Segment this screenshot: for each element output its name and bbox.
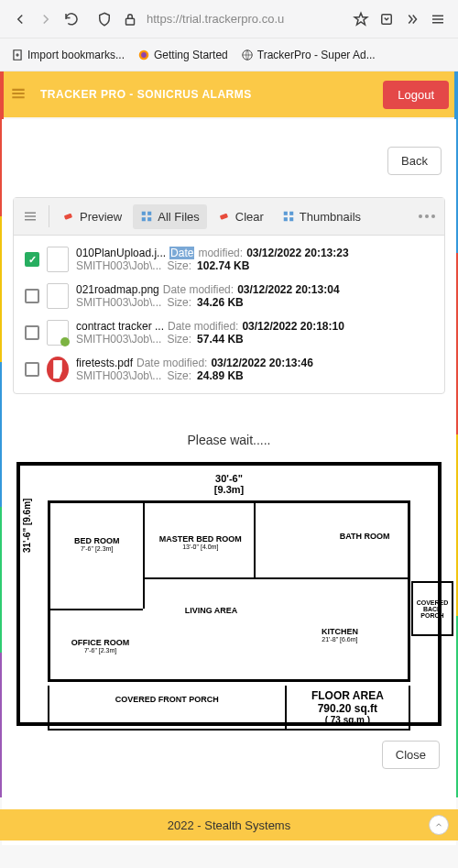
size-label: Size:: [167, 296, 191, 309]
main-content: Back Preview All Files Clear Thumbnails: [2, 119, 456, 845]
app-header: TRACKER PRO - SONICRUS ALARMS Logout: [0, 71, 458, 117]
file-path: SMITH003\Job\...: [76, 369, 161, 382]
size-label: Size:: [167, 259, 191, 272]
url-input[interactable]: [143, 8, 348, 29]
loading-text: Please wait.....: [16, 422, 442, 462]
file-name: 010PlanUpload.j...: [76, 247, 166, 259]
panel-menu-icon[interactable]: [17, 203, 43, 229]
file-toolbar: Preview All Files Clear Thumbnails: [14, 198, 444, 236]
svg-rect-13: [284, 217, 288, 221]
room-master: MASTER BED ROOM13'-0" [4.0m]: [150, 507, 250, 577]
eraser-icon: [62, 210, 75, 223]
file-modified: 03/12/2022 20:18:10: [242, 320, 344, 333]
svg-rect-5: [64, 214, 72, 220]
bookmark-trackerpro[interactable]: TrackerPro - Super Ad...: [235, 45, 381, 65]
file-row[interactable]: contract tracker ... Date modified: 03/1…: [17, 314, 441, 351]
file-name: contract tracker ...: [76, 320, 164, 333]
file-size: 34.26 KB: [197, 296, 244, 309]
floorplan-container: 30'-6"[9.3m] 31'-6" [9.6m] BED ROOM7'-6"…: [16, 462, 442, 726]
preview-button[interactable]: Preview: [55, 204, 129, 229]
svg-rect-10: [220, 214, 228, 220]
eraser-icon: [218, 210, 231, 223]
browser-toolbar: [0, 0, 458, 38]
svg-rect-12: [289, 212, 293, 215]
file-modified: 03/12/2022 20:13:46: [211, 357, 312, 369]
svg-point-3: [141, 52, 147, 58]
chevron-up-icon: [434, 820, 443, 830]
file-row[interactable]: firetests.pdf Date modified: 03/12/2022 …: [17, 351, 441, 388]
bookmark-bar: Import bookmarks... Getting Started Trac…: [0, 38, 458, 71]
footer: 2022 - Stealth Systems: [0, 809, 458, 841]
file-thumb-icon: [47, 247, 69, 272]
import-icon: [11, 49, 24, 61]
file-checkbox[interactable]: [25, 362, 39, 377]
svg-rect-9: [147, 217, 151, 221]
floor-area: FLOOR AREA 790.20 sq.ft ( 73 sq.m ): [287, 686, 409, 729]
file-checkbox[interactable]: [25, 325, 39, 340]
file-row[interactable]: 010PlanUpload.j... Date modified: 03/12/…: [17, 241, 441, 278]
logout-button[interactable]: Logout: [383, 81, 449, 109]
file-row[interactable]: 021roadmap.png Date modified: 03/12/2022…: [17, 278, 441, 314]
forward-nav-icon[interactable]: [33, 6, 59, 32]
file-thumb-icon: [47, 357, 69, 382]
file-info: contract tracker ... Date modified: 03/1…: [76, 320, 437, 346]
file-path: SMITH003\Job\...: [76, 296, 161, 309]
file-path: SMITH003\Job\...: [76, 333, 161, 346]
close-button[interactable]: Close: [382, 741, 440, 769]
thumbnails-button[interactable]: Thumbnails: [275, 204, 368, 229]
svg-rect-0: [126, 18, 135, 25]
file-path: SMITH003\Job\...: [76, 259, 161, 272]
overflow-chevrons-icon[interactable]: [399, 6, 425, 32]
globe-icon: [241, 49, 254, 61]
grid-icon: [140, 210, 153, 223]
back-nav-icon[interactable]: [7, 6, 33, 32]
back-porch: COVERED BACK PORCH: [411, 581, 453, 636]
pocket-icon[interactable]: [374, 6, 399, 32]
file-size: 102.74 KB: [197, 259, 249, 272]
app-title: TRACKER PRO - SONICRUS ALARMS: [40, 88, 252, 101]
top-dimension: 30'-6"[9.3m]: [27, 473, 431, 495]
preview-area: Please wait..... 30'-6"[9.3m] 31'-6" [9.…: [13, 418, 445, 780]
file-size: 57.44 KB: [197, 333, 244, 346]
thumbnails-label: Thumbnails: [300, 210, 361, 224]
size-label: Size:: [167, 333, 191, 346]
reload-icon[interactable]: [59, 6, 84, 32]
all-files-label: All Files: [158, 210, 200, 224]
clear-button[interactable]: Clear: [211, 204, 271, 229]
scroll-top-button[interactable]: [429, 815, 449, 835]
svg-rect-6: [142, 212, 146, 215]
all-files-button[interactable]: All Files: [133, 204, 207, 229]
bookmark-getting-started[interactable]: Getting Started: [132, 45, 234, 65]
separator: [49, 205, 49, 227]
svg-rect-11: [284, 212, 288, 215]
lock-icon[interactable]: [117, 6, 143, 32]
star-icon[interactable]: [348, 6, 374, 32]
file-info: firetests.pdf Date modified: 03/12/2022 …: [76, 357, 437, 382]
room-living: LIVING AREA: [165, 588, 257, 633]
bookmark-label: TrackerPro - Super Ad...: [257, 49, 376, 61]
hamburger-icon[interactable]: [9, 84, 27, 105]
file-checkbox[interactable]: [25, 252, 39, 267]
back-button[interactable]: Back: [387, 147, 442, 175]
file-modified: 03/12/2022 20:13:23: [246, 247, 348, 259]
more-icon[interactable]: [413, 209, 441, 224]
firefox-icon: [137, 49, 150, 61]
svg-rect-7: [147, 212, 151, 215]
svg-rect-14: [289, 217, 293, 221]
svg-rect-8: [142, 217, 146, 221]
shield-icon[interactable]: [92, 6, 117, 32]
room-bath: BATH ROOM: [329, 507, 400, 566]
thumbs-icon: [282, 210, 295, 223]
file-name: firetests.pdf: [76, 357, 133, 369]
left-dimension: 31'-6" [9.6m]: [22, 499, 32, 553]
file-panel: Preview All Files Clear Thumbnails 010Pl…: [13, 197, 445, 394]
bookmark-import[interactable]: Import bookmarks...: [5, 45, 130, 65]
app-menu-icon[interactable]: [425, 6, 451, 32]
floorplan-image: 30'-6"[9.3m] 31'-6" [9.6m] BED ROOM7'-6"…: [20, 466, 438, 722]
room-kitchen: KITCHEN21'-8" [6.6m]: [300, 609, 379, 662]
file-info: 010PlanUpload.j... Date modified: 03/12/…: [76, 247, 437, 272]
clear-label: Clear: [235, 210, 264, 224]
file-modified: 03/12/2022 20:13:04: [237, 283, 339, 296]
front-porch: COVERED FRONT PORCH: [49, 686, 287, 729]
file-checkbox[interactable]: [25, 289, 39, 303]
